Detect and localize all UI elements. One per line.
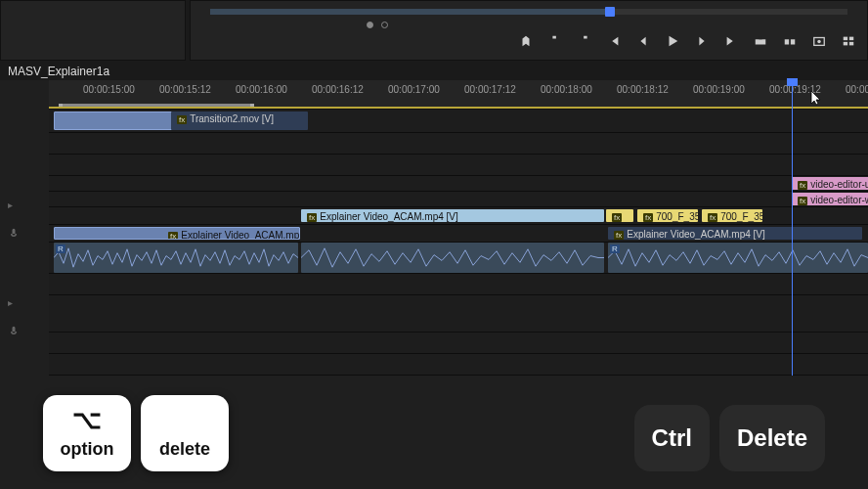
delete-key-win: Delete xyxy=(719,405,825,471)
clip-explainer-v1-b[interactable]: fxExplainer Video_ACAM.mp4 [V] xyxy=(608,227,862,240)
mark-in-button[interactable] xyxy=(546,32,564,50)
scrub-progress xyxy=(210,9,605,15)
tracks-area: fxTransition2.mov [V] fxvideo-editor-usi… xyxy=(49,110,868,376)
export-frame-button[interactable] xyxy=(810,32,828,50)
playhead[interactable] xyxy=(792,80,793,376)
cursor-icon xyxy=(809,90,825,106)
audio-clip-2[interactable] xyxy=(301,243,604,273)
playhead-handle[interactable] xyxy=(787,78,798,86)
video-track-spacer[interactable] xyxy=(49,133,868,155)
sequence-tab[interactable]: MASV_Explainer1a xyxy=(0,61,868,80)
clip-label: video-editor-using-pro xyxy=(810,179,868,190)
ruler-tick: 00:00:16:00 xyxy=(236,84,287,95)
audio-clip-1[interactable]: R xyxy=(54,243,298,273)
svg-rect-1 xyxy=(785,39,789,44)
add-marker-button[interactable] xyxy=(517,32,535,50)
audio-track-5[interactable] xyxy=(49,354,868,376)
button-editor-button[interactable] xyxy=(840,32,857,50)
clip-label: Explainer Video_ACAM.mp4 xyxy=(181,230,300,240)
ruler-tick: 00:00:17:12 xyxy=(464,84,516,95)
scrub-handle[interactable] xyxy=(605,7,615,17)
key-label: Delete xyxy=(737,424,807,452)
mac-keys-overlay: ⌥ option delete xyxy=(43,395,229,471)
play-button[interactable] xyxy=(664,32,681,50)
svg-rect-7 xyxy=(844,42,847,46)
pagination-dots xyxy=(367,22,388,28)
mark-out-button[interactable] xyxy=(576,32,593,50)
ctrl-key: Ctrl xyxy=(634,405,710,471)
goto-in-button[interactable] xyxy=(605,32,623,50)
clip-label: 700_F_35 xyxy=(720,211,762,222)
ruler-tick: 00:00:19:00 xyxy=(693,84,745,95)
clip-label: Transition2.mov [V] xyxy=(190,113,274,124)
clip-transition[interactable]: fxTransition2.mov [V] xyxy=(171,111,308,130)
track-expand-icon[interactable]: ▸ xyxy=(0,190,49,219)
option-key: ⌥ option xyxy=(43,395,131,471)
ruler-tick: 00:00:17:00 xyxy=(388,84,440,95)
ruler-tick: 00:00:15:00 xyxy=(83,84,135,95)
time-ruler[interactable]: 00:00:15:0000:00:15:1200:00:16:0000:00:1… xyxy=(49,80,868,110)
clip-label: video-editor-working- xyxy=(810,195,868,205)
program-scrub-bar[interactable] xyxy=(210,9,847,15)
video-track-2[interactable]: fxExplainer Video_ACAM.mp4 [V] fx fx700_… xyxy=(49,207,868,225)
svg-rect-5 xyxy=(844,37,847,41)
clip-yellow-stub[interactable]: fx xyxy=(606,209,633,222)
video-track-1[interactable]: fxExplainer Video_ACAM.mp4 fxExplainer V… xyxy=(49,225,868,243)
step-back-button[interactable] xyxy=(634,32,652,50)
track-expand-icon-2[interactable]: ▸ xyxy=(0,288,49,317)
key-label: delete xyxy=(159,439,210,460)
clip-label: Explainer Video_ACAM.mp4 [V] xyxy=(627,229,765,240)
win-keys-overlay: Ctrl Delete xyxy=(634,405,825,471)
svg-rect-0 xyxy=(756,39,766,44)
ruler-tick: 00:00:15:12 xyxy=(159,84,211,95)
svg-point-4 xyxy=(817,40,821,44)
clip-label: 700_F_35 xyxy=(656,211,698,222)
video-track-spacer[interactable]: fxvideo-editor-using-pro xyxy=(49,176,868,192)
lift-button[interactable] xyxy=(752,32,769,50)
track-mic-icon[interactable] xyxy=(0,219,49,248)
goto-out-button[interactable] xyxy=(722,32,740,50)
source-monitor-panel xyxy=(0,0,186,61)
audio-track-2[interactable] xyxy=(49,274,868,295)
ruler-tick: 00:00:16:12 xyxy=(312,84,364,95)
audio-track-1[interactable]: R R xyxy=(49,243,868,274)
svg-rect-6 xyxy=(849,37,853,41)
in-out-range[interactable] xyxy=(59,104,254,107)
option-glyph: ⌥ xyxy=(72,405,102,435)
program-monitor-panel xyxy=(190,0,868,61)
audio-clip-3[interactable]: R xyxy=(608,243,868,273)
audio-track-3[interactable] xyxy=(49,295,868,333)
ruler-tick: 00:00:18:12 xyxy=(617,84,669,95)
clip-pink-2[interactable]: fxvideo-editor-working- xyxy=(792,193,868,205)
transport-controls xyxy=(517,32,857,50)
svg-rect-2 xyxy=(791,39,795,44)
clip-pink-1[interactable]: fxvideo-editor-using-pro xyxy=(792,177,868,190)
clip-yellow-1[interactable]: fx700_F_35 xyxy=(637,209,698,222)
audio-track-4[interactable] xyxy=(49,333,868,354)
clip-yellow-2[interactable]: fx700_F_35 xyxy=(702,209,762,222)
delete-key-mac: delete xyxy=(141,395,229,471)
clip-explainer-v1-sel[interactable]: fxExplainer Video_ACAM.mp4 xyxy=(54,227,300,240)
work-area-bar xyxy=(49,107,868,109)
ruler-tick: 00:00:18:00 xyxy=(541,84,592,95)
ruler-tick: 00:00 xyxy=(846,84,868,95)
step-forward-button[interactable] xyxy=(693,32,711,50)
video-track-3[interactable]: fxTransition2.mov [V] xyxy=(49,110,868,133)
clip-explainer-v2[interactable]: fxExplainer Video_ACAM.mp4 [V] xyxy=(301,209,604,222)
video-track-spacer[interactable]: fxvideo-editor-working- xyxy=(49,192,868,207)
track-header-gutter: ▸ ▸ xyxy=(0,190,49,489)
video-track-spacer[interactable] xyxy=(49,155,868,176)
extract-button[interactable] xyxy=(781,32,799,50)
svg-rect-8 xyxy=(849,42,853,46)
key-label: option xyxy=(61,439,114,460)
key-label: Ctrl xyxy=(652,424,692,452)
track-mic-icon-2[interactable] xyxy=(0,317,49,346)
clip-label: Explainer Video_ACAM.mp4 [V] xyxy=(320,211,458,222)
